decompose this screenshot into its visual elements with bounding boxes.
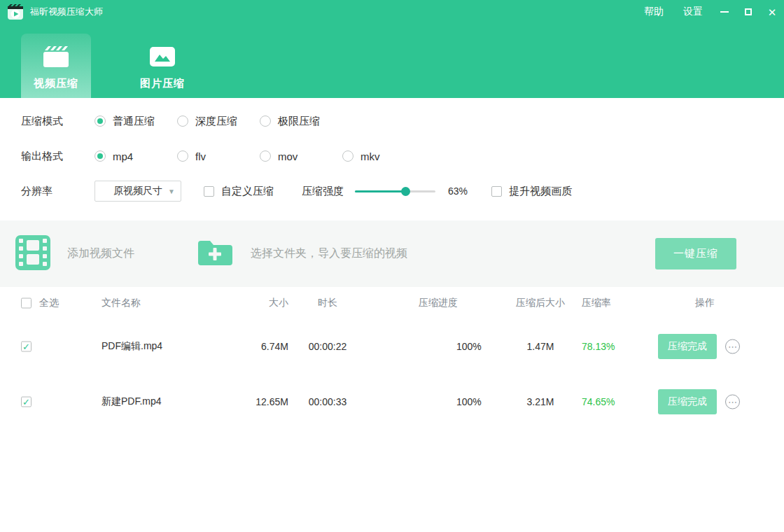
close-icon: ✕ [768,7,777,18]
radio-mode-normal[interactable]: 普通压缩 [94,115,177,128]
radio-format-mkv[interactable]: mkv [342,150,425,162]
compression-ratio: 74.65% [582,396,615,407]
more-options-button[interactable]: ⋯ [725,394,740,409]
checkbox-checked-icon: ✓ [21,341,31,351]
file-name: PDF编辑.mp4 [102,340,162,353]
radio-mode-extreme[interactable]: 极限压缩 [260,115,342,128]
checkbox-label: 自定义压缩 [221,185,274,198]
checkbox-label: 提升视频画质 [509,185,572,198]
radio-format-flv[interactable]: flv [177,150,260,162]
settings-menu[interactable]: 设置 [673,0,713,24]
format-row: 输出格式 mp4 flv mov mkv [0,139,784,174]
radio-label: mov [278,150,298,162]
compress-all-button[interactable]: 一键压缩 [655,238,736,270]
radio-label: mkv [360,150,380,162]
compress-settings: 压缩模式 普通压缩 深度压缩 极限压缩 输出格式 mp4 flv [0,98,784,220]
table-row: ✓ PDF编辑.mp4 6.74M 00:00:22 100% 1.47M 78… [0,318,784,374]
chevron-down-icon: ▼ [168,188,175,195]
radio-label: 深度压缩 [195,115,237,128]
header-compressed-size: 压缩后大小 [510,297,571,309]
enhance-quality-checkbox[interactable]: 提升视频画质 [491,185,572,198]
radio-format-mov[interactable]: mov [260,150,342,162]
table-row: ✓ 新建PDF.mp4 12.65M 00:00:33 100% 3.21M 7… [0,374,784,429]
select-folder-button[interactable] [196,237,234,272]
radio-on-icon [94,115,106,127]
select-all-label[interactable]: 全选 [39,297,59,309]
resolution-dropdown[interactable]: 原视频尺寸 ▼ [94,181,181,202]
tab-label-video: 视频压缩 [34,77,78,90]
import-bar: 添加视频文件 选择文件夹，导入要压缩的视频 一键压缩 [0,220,784,287]
close-button[interactable]: ✕ [760,0,784,24]
app-window: 福昕视频压缩大师 帮助 设置 ✕ 视 [0,0,784,532]
radio-mode-deep[interactable]: 深度压缩 [177,115,260,128]
more-options-button[interactable]: ⋯ [725,339,740,354]
add-video-button[interactable] [15,235,50,273]
ellipsis-icon: ⋯ [725,394,740,409]
compression-ratio: 78.13% [582,341,615,352]
strength-label: 压缩强度 [302,185,344,198]
format-label: 输出格式 [21,150,94,163]
file-size: 6.74M [238,341,288,352]
radio-format-mp4[interactable]: mp4 [94,150,177,162]
app-logo-icon [7,4,24,20]
header-progress: 压缩进度 [419,297,458,309]
strength-value: 63% [448,186,476,197]
radio-off-icon [177,115,188,127]
compress-done-button[interactable]: 压缩完成 [658,389,717,414]
radio-off-icon [260,150,271,162]
radio-label: mp4 [113,150,133,162]
help-menu[interactable]: 帮助 [634,0,673,24]
checkbox-unchecked-icon [21,298,31,308]
add-video-label[interactable]: 添加视频文件 [67,246,134,261]
radio-off-icon [177,150,188,162]
app-title: 福昕视频压缩大师 [30,6,103,18]
filmstrip-icon [15,235,50,273]
strength-slider[interactable] [355,190,435,192]
mode-label: 压缩模式 [21,115,94,128]
strength-slider-fill [355,190,405,192]
resolution-row: 分辨率 原视频尺寸 ▼ 自定义压缩 压缩强度 63% 提升视频画质 [0,174,784,209]
row-checkbox[interactable]: ✓ [21,341,31,351]
header-ratio: 压缩率 [582,297,611,309]
file-name: 新建PDF.mp4 [102,396,162,408]
titlebar: 福昕视频压缩大师 帮助 设置 ✕ [0,0,784,24]
radio-off-icon [260,115,271,127]
checkbox-unchecked-icon [204,186,214,197]
tabbar: 视频压缩 图片压缩 [0,24,784,98]
compress-done-button[interactable]: 压缩完成 [658,334,717,359]
header-duration: 时长 [301,297,354,309]
progress-text: 100% [456,396,482,407]
select-folder-label[interactable]: 选择文件夹，导入要压缩的视频 [251,246,407,261]
radio-label: 普通压缩 [113,115,155,128]
file-size: 12.65M [238,396,288,407]
folder-plus-icon [196,237,234,272]
ellipsis-icon: ⋯ [725,339,740,354]
header-size: 大小 [238,297,288,309]
radio-label: flv [195,150,206,162]
file-table: 全选 文件名称 大小 时长 压缩进度 压缩后大小 压缩率 操作 ✓ PDF编辑.… [0,287,784,429]
clapperboard-icon [43,43,69,71]
table-header: 全选 文件名称 大小 时长 压缩进度 压缩后大小 压缩率 操作 [0,287,784,318]
resolution-dropdown-value: 原视频尺寸 [113,185,162,197]
maximize-button[interactable] [736,0,760,24]
row-checkbox[interactable]: ✓ [21,396,31,407]
compressed-size: 3.21M [510,396,571,407]
header-name: 文件名称 [102,297,141,309]
minimize-button[interactable] [713,0,736,24]
strength-slider-thumb[interactable] [401,187,410,196]
file-duration: 00:00:22 [301,341,354,352]
checkbox-unchecked-icon [491,186,502,197]
mode-row: 压缩模式 普通压缩 深度压缩 极限压缩 [0,104,784,139]
tab-video-compress[interactable]: 视频压缩 [21,34,91,98]
action-cell: 压缩完成 [658,334,717,359]
custom-compress-checkbox[interactable]: 自定义压缩 [204,185,274,198]
compressed-size: 1.47M [510,341,571,352]
radio-label: 极限压缩 [278,115,320,128]
tab-image-compress[interactable]: 图片压缩 [127,34,197,98]
minimize-icon [720,11,729,13]
resolution-label: 分辨率 [21,185,94,198]
select-all-checkbox[interactable] [21,298,31,308]
titlebar-controls: 帮助 设置 ✕ [634,0,784,24]
tab-label-image: 图片压缩 [140,77,185,90]
progress-text: 100% [456,341,482,352]
